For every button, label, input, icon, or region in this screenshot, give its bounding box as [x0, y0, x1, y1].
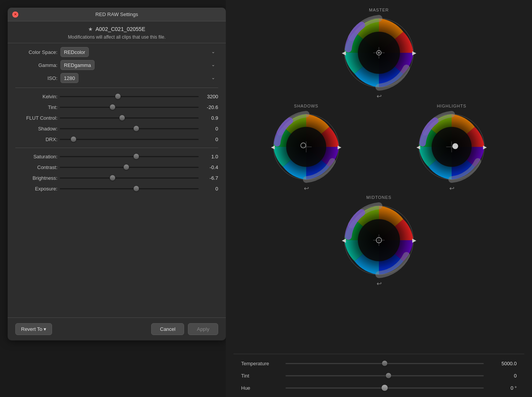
exposure-slider[interactable] — [60, 185, 199, 192]
shadows-label: SHADOWS — [294, 104, 318, 108]
svg-text:▶: ▶ — [483, 144, 487, 150]
iso-label: ISO: — [15, 75, 57, 81]
brightness-slider[interactable] — [60, 174, 199, 182]
master-wheel-container: MASTER — [341, 8, 417, 100]
file-name: A002_C021_02055E — [95, 26, 145, 32]
color-wheels-area: MASTER — [233, 8, 524, 354]
close-button[interactable]: ✕ — [12, 11, 18, 18]
title-bar: ✕ RED RAW Settings — [8, 8, 226, 21]
drx-row: DRX: 0 — [15, 135, 218, 143]
contrast-thumb[interactable] — [124, 164, 129, 170]
brightness-row: Brightness: -6.7 — [15, 174, 218, 182]
drx-thumb[interactable] — [71, 137, 76, 142]
tint-slider[interactable] — [60, 103, 199, 111]
master-wheel-row: MASTER — [233, 8, 524, 100]
shadow-slider[interactable] — [60, 125, 199, 132]
tint-bottom-track — [286, 375, 484, 376]
exposure-label: Exposure: — [15, 186, 57, 192]
tint-bottom-row: Tint 0 — [241, 372, 517, 379]
shadow-label: Shadow: — [15, 126, 57, 132]
contrast-value: -0.4 — [201, 164, 218, 170]
divider-2 — [15, 148, 218, 148]
shadow-value: 0 — [201, 126, 218, 132]
shadow-thumb[interactable] — [134, 126, 139, 131]
kelvin-row: Kelvin: 3200 — [15, 93, 218, 100]
tint-bottom-label: Tint — [241, 373, 279, 379]
iso-select-wrapper: 1280 — [60, 73, 218, 83]
highlights-reset-icon[interactable]: ↩ — [449, 185, 454, 192]
master-color-wheel[interactable]: ◀ ▶ — [341, 15, 417, 91]
svg-text:◀: ◀ — [416, 144, 420, 150]
hue-row: Hue 0 ° — [241, 384, 517, 392]
tint-bottom-slider[interactable] — [286, 372, 484, 379]
flut-slider[interactable] — [60, 114, 199, 122]
shadows-reset-icon[interactable]: ↩ — [304, 185, 309, 192]
master-label: MASTER — [369, 8, 389, 12]
kelvin-track — [60, 96, 199, 97]
svg-text:◀: ◀ — [271, 144, 275, 150]
gamma-select-wrapper: REDgamma — [60, 60, 218, 70]
saturation-track — [60, 156, 199, 157]
divider-1 — [15, 88, 218, 88]
contrast-slider[interactable] — [60, 163, 199, 171]
revert-button[interactable]: Revert To ▾ — [15, 323, 52, 335]
color-space-select[interactable]: REDcolor — [60, 47, 89, 57]
brightness-thumb[interactable] — [110, 175, 115, 181]
gamma-label: Gamma: — [15, 62, 57, 68]
temperature-row: Temperature 5000.0 — [241, 360, 517, 367]
contrast-row: Contrast: -0.4 — [15, 163, 218, 171]
cancel-button[interactable]: Cancel — [151, 323, 184, 335]
saturation-label: Saturation: — [15, 154, 57, 159]
color-space-select-wrapper: REDcolor — [60, 47, 218, 57]
contrast-label: Contrast: — [15, 164, 57, 170]
file-note: Modifications will affect all clips that… — [14, 34, 220, 40]
tint-thumb[interactable] — [110, 104, 115, 110]
hue-thumb[interactable] — [382, 385, 388, 391]
exposure-value: 0 — [201, 186, 218, 192]
drx-value: 0 — [201, 137, 218, 142]
color-space-label: Color Space: — [15, 49, 57, 55]
shadows-highlights-row: SHADOWS — [233, 104, 524, 192]
hue-slider[interactable] — [286, 384, 484, 392]
drx-slider[interactable] — [60, 135, 199, 143]
saturation-slider[interactable] — [60, 153, 199, 160]
kelvin-thumb[interactable] — [115, 94, 121, 99]
tint-bottom-value: 0 — [490, 373, 517, 379]
color-space-row: Color Space: REDcolor — [15, 47, 218, 57]
flut-label: FLUT Control: — [15, 115, 57, 121]
temperature-track — [286, 363, 484, 364]
highlights-color-wheel[interactable]: ◀ ▶ — [415, 111, 488, 183]
temperature-thumb[interactable] — [382, 361, 387, 366]
midtones-reset-icon[interactable]: ↩ — [377, 280, 382, 287]
drx-label: DRX: — [15, 137, 57, 142]
apply-button[interactable]: Apply — [188, 323, 218, 335]
midtones-color-wheel[interactable]: ◀ ▶ — [341, 202, 417, 278]
hue-label: Hue — [241, 385, 279, 391]
svg-text:◀: ◀ — [342, 237, 346, 243]
kelvin-slider[interactable] — [60, 93, 199, 100]
brightness-value: -6.7 — [201, 175, 218, 181]
brightness-track — [60, 177, 199, 179]
left-panel: ✕ RED RAW Settings ★ A002_C021_02055E Mo… — [8, 8, 226, 340]
temperature-slider[interactable] — [286, 360, 484, 367]
highlights-wheel-container: HIGHLIGHTS — [415, 104, 488, 192]
master-reset-icon[interactable]: ↩ — [377, 93, 382, 100]
window-title: RED RAW Settings — [95, 11, 138, 17]
gamma-select[interactable]: REDgamma — [60, 60, 95, 70]
iso-select[interactable]: 1280 — [60, 73, 78, 83]
kelvin-label: Kelvin: — [15, 94, 57, 99]
exposure-thumb[interactable] — [134, 186, 139, 191]
flut-thumb[interactable] — [119, 115, 125, 120]
exposure-track — [60, 188, 199, 189]
shadow-track — [60, 128, 199, 129]
temperature-value: 5000.0 — [490, 361, 517, 366]
hue-track — [286, 387, 484, 389]
saturation-thumb[interactable] — [134, 154, 139, 159]
svg-text:◀: ◀ — [342, 50, 346, 56]
bottom-sliders-panel: Temperature 5000.0 Tint 0 Hue — [233, 354, 524, 397]
svg-text:▶: ▶ — [412, 50, 416, 56]
right-panel: MASTER — [226, 0, 532, 397]
shadows-color-wheel[interactable]: ◀ ▶ — [270, 111, 343, 183]
flut-row: FLUT Control: 0.9 — [15, 114, 218, 122]
tint-bottom-thumb[interactable] — [386, 373, 391, 378]
